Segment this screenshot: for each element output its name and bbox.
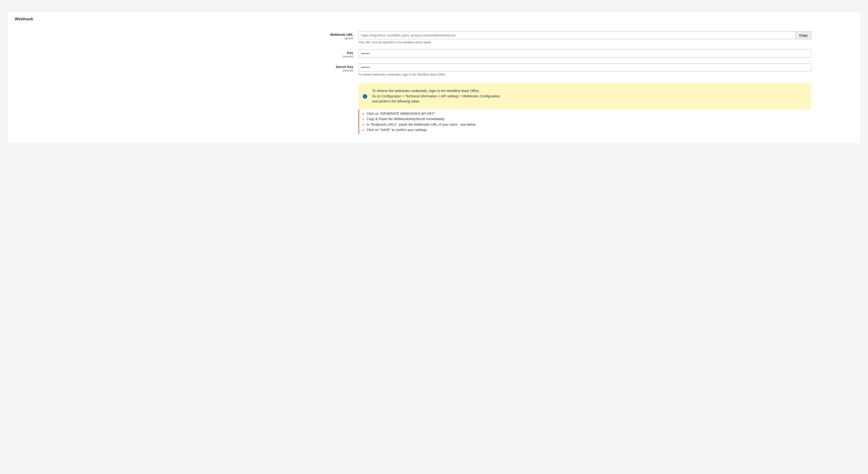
step-item: In "Endpoints URLs", paste the Webhooks … <box>366 122 809 127</box>
section-title: Webhook <box>15 17 853 22</box>
webhook-url-label: Webhook URL <box>15 33 353 37</box>
info-line1: To retrieve the webhooks credentials, lo… <box>372 89 480 93</box>
steps-box: Click on "GENERATE WEBHOOKS API KEY" Cop… <box>359 109 811 134</box>
key-label: Key <box>15 51 353 55</box>
copy-button[interactable]: Copy <box>796 31 811 39</box>
secret-key-label: Secret Key <box>15 65 353 69</box>
step-item: Click on "SAVE" to confirm your settings <box>366 127 809 132</box>
step-item: Copy & Paste the WebhooksKeySecret immed… <box>366 116 809 122</box>
secret-key-scope: [website] <box>15 69 353 72</box>
webhook-url-scope: [global] <box>15 37 353 40</box>
webhook-panel: Webhook Webhook URL [global] Copy This U… <box>7 12 861 144</box>
step-item: Click on "GENERATE WEBHOOKS API KEY" <box>366 111 809 116</box>
key-input[interactable] <box>359 50 811 57</box>
webhook-url-input[interactable] <box>359 31 795 39</box>
key-scope: [website] <box>15 55 353 58</box>
webhook-url-note: This URL must be specified in the worldl… <box>359 41 811 44</box>
secret-key-note: To retrieve webhooks credentials, login … <box>359 73 811 76</box>
info-line2: Go to Configuration > Technical informat… <box>372 94 500 98</box>
info-box: i To retrieve the webhooks credentials, … <box>359 83 811 109</box>
secret-key-input[interactable] <box>359 63 811 71</box>
info-icon: i <box>363 94 367 99</box>
info-line3: and perform the following steps: <box>372 99 420 103</box>
